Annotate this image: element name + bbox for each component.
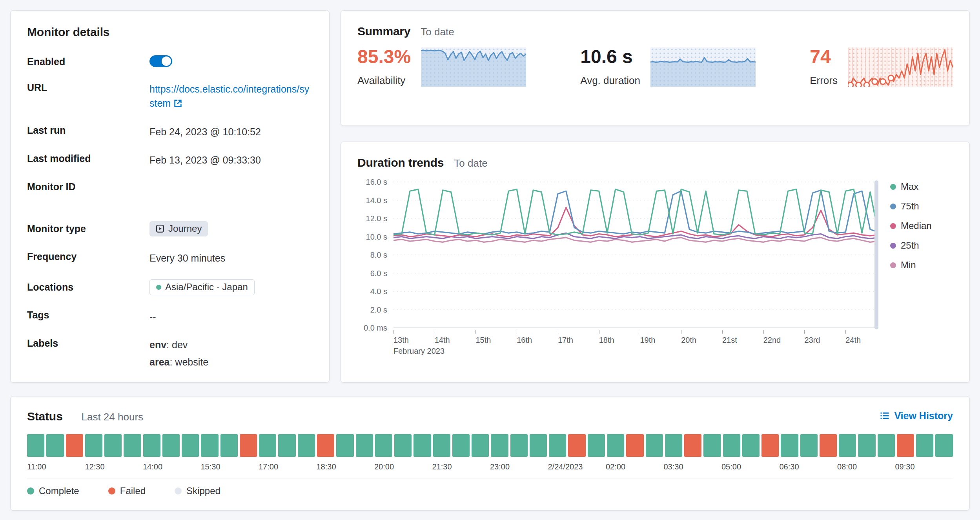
legend-label: 75th — [901, 201, 919, 212]
duration-trends-header: Duration trends To date — [357, 156, 953, 169]
status-block-complete[interactable] — [781, 434, 798, 457]
detail-row-url: URL https://docs.elastic.co/integrations… — [27, 82, 313, 111]
status-block-failed[interactable] — [317, 434, 334, 457]
status-block-complete[interactable] — [858, 434, 875, 457]
status-block-complete[interactable] — [182, 434, 199, 457]
status-block-complete[interactable] — [259, 434, 276, 457]
status-block-failed[interactable] — [820, 434, 837, 457]
x-axis-tick — [475, 330, 476, 334]
status-block-complete[interactable] — [530, 434, 547, 457]
label-area-value: website — [175, 356, 208, 367]
status-block-complete[interactable] — [124, 434, 141, 457]
status-block-complete[interactable] — [916, 434, 933, 457]
legend-label: Min — [901, 260, 916, 271]
x-axis-label: 13th — [393, 336, 409, 345]
status-x-axis: 11:0012:3014:0015:3017:0018:3020:0021:30… — [27, 460, 953, 474]
status-block-complete[interactable] — [472, 434, 489, 457]
status-block-complete[interactable] — [510, 434, 528, 457]
y-axis-label: 16.0 s — [366, 178, 387, 187]
duration-trends-panel: Duration trends To date 16.0 s14.0 s12.0… — [341, 142, 970, 383]
status-x-label: 18:30 — [317, 462, 336, 471]
legend-label: Skipped — [186, 485, 220, 496]
duration-x-axis: 13th14th15th16th17th18th19th20th21st22nd… — [393, 329, 878, 358]
monitor-url-text: https://docs.elastic.co/integrations/sys… — [149, 84, 309, 109]
status-block-complete[interactable] — [143, 434, 160, 457]
legend-item-75th[interactable]: 75th — [890, 201, 953, 212]
status-block-complete[interactable] — [27, 434, 44, 457]
status-block-complete[interactable] — [646, 434, 663, 457]
status-block-complete[interactable] — [665, 434, 682, 457]
status-block-failed[interactable] — [684, 434, 701, 457]
status-block-complete[interactable] — [491, 434, 508, 457]
duration-chart-svg — [393, 180, 878, 329]
status-block-complete[interactable] — [413, 434, 431, 457]
status-block-failed[interactable] — [897, 434, 914, 457]
x-axis-tick — [558, 330, 558, 334]
status-block-complete[interactable] — [298, 434, 315, 457]
status-block-complete[interactable] — [394, 434, 412, 457]
location-status-dot — [156, 285, 161, 290]
status-block-complete[interactable] — [433, 434, 450, 457]
status-x-label: 09:30 — [895, 462, 915, 471]
status-block-complete[interactable] — [46, 434, 64, 457]
frequency-value: Every 30 minutes — [149, 251, 313, 265]
status-block-failed[interactable] — [761, 434, 779, 457]
detail-row-locations: Locations Asia/Pacific - Japan — [27, 279, 313, 295]
status-legend-failed: Failed — [108, 485, 146, 496]
labels-value: env: dev area: website — [149, 338, 313, 373]
status-block-complete[interactable] — [800, 434, 818, 457]
legend-dot — [27, 487, 34, 495]
x-axis-label: 14th — [435, 336, 450, 345]
status-legend-skipped: Skipped — [175, 485, 220, 496]
x-axis-label: 21st — [722, 336, 737, 345]
status-block-complete[interactable] — [878, 434, 895, 457]
label-area: area: website — [149, 355, 313, 369]
monitor-url-link[interactable]: https://docs.elastic.co/integrations/sys… — [149, 84, 309, 109]
legend-item-max[interactable]: Max — [890, 181, 953, 192]
status-block-complete[interactable] — [452, 434, 470, 457]
status-block-complete[interactable] — [375, 434, 392, 457]
avg-duration-metric-text: 10.6 s Avg. duration — [580, 47, 640, 87]
status-block-complete[interactable] — [220, 434, 238, 457]
x-axis-label: 16th — [517, 336, 532, 345]
status-block-complete[interactable] — [742, 434, 760, 457]
status-block-complete[interactable] — [104, 434, 122, 457]
duration-chart-plot[interactable]: 13th14th15th16th17th18th19th20th21st22nd… — [393, 180, 878, 329]
detail-row-last-modified: Last modified Feb 13, 2023 @ 09:33:30 — [27, 153, 313, 167]
status-block-complete[interactable] — [703, 434, 721, 457]
status-block-complete[interactable] — [839, 434, 856, 457]
status-block-failed[interactable] — [66, 434, 83, 457]
status-block-complete[interactable] — [607, 434, 624, 457]
legend-item-median[interactable]: Median — [890, 220, 953, 231]
x-axis-label: 18th — [599, 336, 614, 345]
status-block-complete[interactable] — [356, 434, 373, 457]
errors-label: Errors — [810, 75, 838, 87]
x-axis-label: 24th — [845, 336, 861, 345]
monitor-details-rows: Enabled URL https://docs.elastic.co/inte… — [27, 55, 313, 373]
summary-panel: Summary To date 85.3% Availability 10.6 … — [341, 10, 970, 126]
x-axis-tick — [393, 330, 394, 334]
status-x-label: 06:30 — [780, 462, 799, 471]
legend-item-min[interactable]: Min — [890, 260, 953, 271]
status-block-complete[interactable] — [336, 434, 353, 457]
status-block-complete[interactable] — [278, 434, 295, 457]
status-block-complete[interactable] — [723, 434, 740, 457]
legend-item-25th[interactable]: 25th — [890, 240, 953, 251]
status-block-complete[interactable] — [201, 434, 218, 457]
location-badge: Asia/Pacific - Japan — [149, 279, 255, 295]
locations-label: Locations — [27, 282, 149, 293]
status-block-complete[interactable] — [85, 434, 102, 457]
status-block-failed[interactable] — [568, 434, 585, 457]
enabled-toggle[interactable] — [149, 55, 172, 67]
status-block-failed[interactable] — [626, 434, 643, 457]
legend-dot — [175, 487, 182, 495]
status-block-complete[interactable] — [162, 434, 180, 457]
monitor-details-title: Monitor details — [27, 25, 313, 39]
view-history-link[interactable]: View History — [880, 410, 953, 422]
status-block-complete[interactable] — [588, 434, 605, 457]
label-env-value: dev — [172, 339, 188, 350]
status-block-complete[interactable] — [549, 434, 566, 457]
x-axis-tick — [435, 330, 435, 334]
status-block-failed[interactable] — [240, 434, 257, 457]
status-block-complete[interactable] — [935, 434, 953, 457]
